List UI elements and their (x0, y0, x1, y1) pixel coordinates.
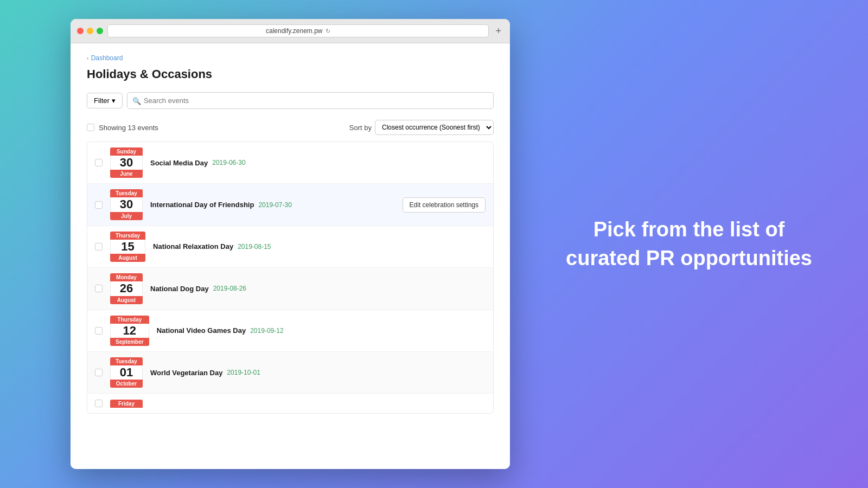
event-date: 2019-06-30 (212, 159, 245, 166)
date-badge: Thursday 15 August (110, 232, 145, 262)
event-row: Tuesday 30 July International Day of Fri… (87, 184, 493, 226)
sort-select[interactable]: Closest occurrence (Soonest first) (375, 120, 494, 135)
day-of-week: Friday (110, 400, 143, 408)
date-badge: Tuesday 01 October (110, 357, 143, 388)
event-date: 2019-08-15 (238, 243, 271, 251)
event-info: National Video Games Day 2019-09-12 (157, 326, 486, 335)
event-name: World Vegetarian Day (150, 369, 222, 377)
showing-count: Showing 13 events (99, 124, 158, 132)
day-of-week: Thursday (110, 232, 145, 240)
event-info: Social Media Day 2019-06-30 (150, 159, 486, 167)
sort-container: Sort by Closest occurrence (Soonest firs… (349, 120, 494, 135)
browser-window: calendify.zenem.pw ↻ + ‹ Dashboard Holid… (71, 19, 510, 469)
event-name: National Relaxation Day (153, 242, 233, 251)
address-bar[interactable]: calendify.zenem.pw ↻ (107, 24, 489, 37)
url-text: calendify.zenem.pw (266, 27, 323, 35)
search-input[interactable] (127, 92, 494, 109)
filter-label: Filter (94, 97, 110, 105)
promo-text: Pick from the list of curated PR opportu… (566, 215, 812, 273)
event-name: International Day of Friendship (150, 201, 254, 209)
date-badge: Sunday 30 June (110, 147, 143, 178)
day-number: 12 (110, 324, 149, 338)
edit-celebration-button[interactable]: Edit celebration settings (403, 197, 486, 213)
search-container: 🔍 (127, 92, 494, 109)
day-number: 01 (110, 365, 143, 380)
event-row: Thursday 12 September National Video Gam… (87, 310, 493, 352)
event-checkbox[interactable] (95, 369, 103, 376)
event-date: 2019-09-12 (250, 327, 283, 335)
day-number: 30 (110, 197, 143, 211)
day-of-week: Monday (110, 273, 143, 281)
event-info: National Relaxation Day 2019-08-15 (153, 242, 486, 251)
event-name: National Dog Day (150, 285, 209, 293)
event-name: National Video Games Day (157, 326, 246, 335)
day-number: 15 (110, 240, 145, 254)
maximize-button[interactable] (97, 28, 103, 34)
month: July (110, 212, 143, 220)
day-of-week: Thursday (110, 316, 149, 324)
filter-chevron-icon: ▾ (112, 97, 116, 105)
event-info: World Vegetarian Day 2019-10-01 (150, 369, 486, 377)
search-icon: 🔍 (132, 97, 141, 105)
title-bar: calendify.zenem.pw ↻ + (71, 19, 510, 43)
event-checkbox[interactable] (95, 243, 103, 251)
event-list: Sunday 30 June Social Media Day 2019-06-… (87, 142, 494, 414)
right-panel: Pick from the list of curated PR opportu… (510, 0, 868, 488)
events-header: Showing 13 events Sort by Closest occurr… (87, 118, 494, 137)
event-checkbox[interactable] (95, 159, 103, 166)
event-info: National Dog Day 2019-08-26 (150, 285, 486, 293)
day-number: 26 (110, 281, 143, 296)
event-date: 2019-10-01 (227, 369, 260, 376)
event-checkbox[interactable] (95, 201, 103, 209)
event-date: 2019-08-26 (213, 285, 246, 292)
traffic-lights (77, 28, 103, 34)
page-content: ‹ Dashboard Holidays & Occasions Filter … (71, 43, 510, 469)
page-title: Holidays & Occasions (87, 67, 494, 81)
filter-button[interactable]: Filter ▾ (87, 93, 123, 108)
month: June (110, 170, 143, 178)
promo-line1: Pick from the list of (593, 218, 785, 241)
month: September (110, 338, 149, 346)
date-badge: Thursday 12 September (110, 316, 149, 346)
event-row: Friday (87, 394, 493, 413)
date-badge: Friday (110, 400, 143, 408)
event-row: Tuesday 01 October World Vegetarian Day … (87, 352, 493, 394)
event-name: Social Media Day (150, 159, 208, 167)
close-button[interactable] (77, 28, 84, 34)
month: August (110, 296, 143, 304)
month: August (110, 254, 145, 262)
event-row: Thursday 15 August National Relaxation D… (87, 226, 493, 268)
new-tab-button[interactable]: + (493, 25, 503, 37)
breadcrumb-link[interactable]: Dashboard (91, 54, 123, 62)
breadcrumb-arrow: ‹ (87, 55, 89, 61)
events-header-left: Showing 13 events (87, 124, 158, 132)
day-of-week: Tuesday (110, 189, 143, 197)
event-checkbox[interactable] (95, 400, 103, 407)
day-of-week: Tuesday (110, 357, 143, 365)
event-row: Sunday 30 June Social Media Day 2019-06-… (87, 142, 493, 184)
month: October (110, 380, 143, 388)
date-badge: Tuesday 30 July (110, 189, 143, 220)
event-checkbox[interactable] (95, 327, 103, 335)
event-date: 2019-07-30 (258, 201, 291, 209)
promo-line2: curated PR opportunities (566, 247, 812, 269)
breadcrumb: ‹ Dashboard (87, 54, 494, 62)
event-row: Monday 26 August National Dog Day 2019-0… (87, 268, 493, 310)
refresh-icon[interactable]: ↻ (326, 28, 330, 35)
filter-bar: Filter ▾ 🔍 (87, 92, 494, 109)
day-number: 30 (110, 156, 143, 170)
day-of-week: Sunday (110, 147, 143, 156)
select-all-checkbox[interactable] (87, 124, 94, 131)
date-badge: Monday 26 August (110, 273, 143, 304)
minimize-button[interactable] (87, 28, 93, 34)
event-checkbox[interactable] (95, 285, 103, 292)
sort-label: Sort by (349, 124, 372, 132)
